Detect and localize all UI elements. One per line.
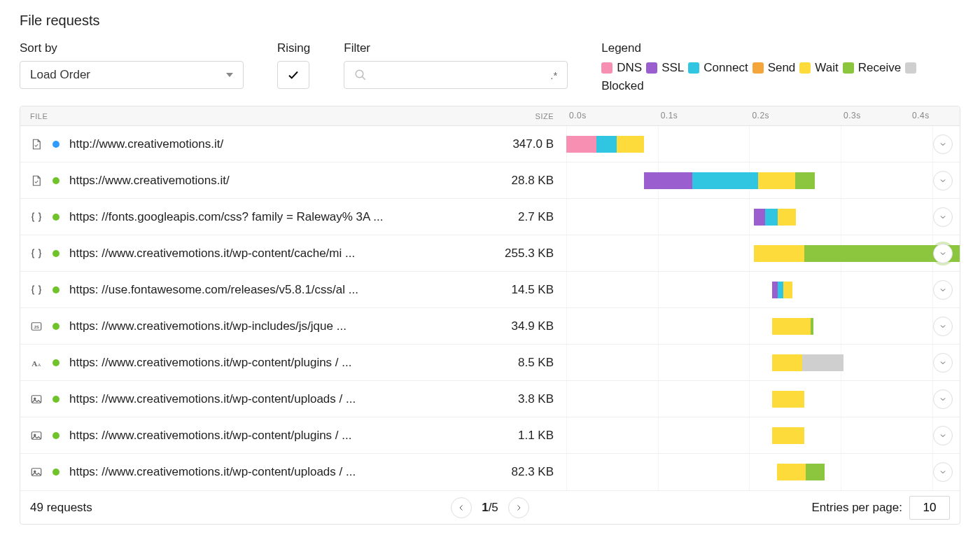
expand-row-button[interactable] — [933, 244, 953, 263]
check-icon — [287, 69, 300, 81]
table-row[interactable]: https: //fonts.googleapis.com/css? famil… — [20, 199, 960, 235]
segment-wait — [758, 172, 794, 189]
timeline-tick: 0.1s — [661, 111, 678, 120]
waterfall-cell — [566, 199, 960, 235]
js-file-icon: JS — [30, 320, 43, 333]
chevron-down-icon — [939, 395, 947, 403]
waterfall-cell — [566, 272, 960, 307]
svg-text:A: A — [38, 361, 41, 366]
timeline-tick: 0.2s — [752, 111, 769, 120]
status-dot — [52, 359, 59, 366]
table-row[interactable]: https: //www.creativemotions.it/wp-conte… — [20, 235, 960, 272]
doc-file-icon — [30, 174, 43, 187]
waterfall-cell — [566, 162, 960, 198]
table-row[interactable]: https: //www.creativemotions.it/wp-conte… — [20, 417, 960, 454]
request-size: 8.5 KB — [398, 356, 566, 370]
page-title: File requests — [20, 13, 960, 29]
expand-row-button[interactable] — [933, 426, 953, 445]
expand-row-button[interactable] — [933, 353, 953, 373]
status-dot — [52, 250, 59, 257]
img-file-icon — [30, 429, 43, 442]
legend-label: Wait — [815, 61, 838, 75]
request-size: 82.3 KB — [398, 465, 566, 479]
segment-connect — [765, 209, 778, 226]
wait-swatch — [799, 62, 811, 74]
segment-connect — [692, 172, 758, 189]
rising-label: Rising — [277, 41, 310, 55]
expand-row-button[interactable] — [933, 317, 953, 336]
request-count: 49 requests — [30, 501, 337, 515]
chevron-right-icon — [514, 504, 523, 512]
legend-label: Receive — [858, 61, 901, 75]
segment-dns — [566, 136, 596, 153]
expand-row-button[interactable] — [933, 207, 953, 227]
img-file-icon — [30, 466, 43, 478]
chevron-down-icon — [939, 140, 947, 148]
sort-group: Sort by Load Order — [20, 41, 244, 89]
request-url: https: //www.creativemotions.it/wp-conte… — [69, 247, 355, 261]
column-waterfall: 0.0s0.1s0.2s0.3s0.4s — [566, 106, 960, 125]
css-file-icon — [30, 284, 43, 296]
chevron-down-icon — [939, 286, 947, 294]
table-header: FILE SIZE 0.0s0.1s0.2s0.3s0.4s — [20, 106, 960, 126]
expand-row-button[interactable] — [933, 462, 953, 482]
prev-page-button[interactable] — [451, 497, 472, 518]
entries-label: Entries per page: — [812, 501, 902, 515]
entries-input[interactable] — [909, 496, 950, 520]
waterfall-cell — [566, 126, 960, 162]
table-row[interactable]: AAhttps: //www.creativemotions.it/wp-con… — [20, 345, 960, 381]
expand-row-button[interactable] — [933, 134, 953, 154]
column-file[interactable]: FILE — [20, 112, 398, 120]
blocked-swatch — [905, 62, 916, 74]
legend-label: SSL — [662, 61, 684, 75]
segment-receive — [811, 318, 813, 335]
next-page-button[interactable] — [508, 497, 529, 518]
request-size: 255.3 KB — [398, 247, 566, 261]
expand-row-button[interactable] — [933, 389, 953, 409]
table-row[interactable]: http://www.creativemotions.it/347.0 B — [20, 126, 960, 162]
waterfall-bar — [754, 245, 960, 262]
rising-toggle[interactable] — [277, 61, 309, 89]
segment-ssl — [754, 209, 765, 226]
css-file-icon — [30, 247, 43, 260]
waterfall-bar — [566, 136, 644, 153]
expand-row-button[interactable] — [933, 280, 953, 300]
controls-bar: Sort by Load Order Rising Filter .* Lege… — [20, 41, 960, 93]
request-size: 3.8 KB — [398, 392, 566, 406]
status-dot — [52, 469, 59, 476]
table-row[interactable]: https: //www.creativemotions.it/wp-conte… — [20, 454, 960, 490]
img-file-icon — [30, 393, 43, 406]
sort-select[interactable]: Load Order — [20, 61, 244, 89]
request-size: 347.0 B — [398, 137, 566, 151]
waterfall-bar — [754, 209, 796, 226]
page-indicator: 1/5 — [482, 501, 498, 515]
table-row[interactable]: https: //www.creativemotions.it/wp-conte… — [20, 381, 960, 417]
request-url: https: //fonts.googleapis.com/css? famil… — [69, 210, 383, 224]
table-row[interactable]: https://www.creativemotions.it/28.8 KB — [20, 162, 960, 199]
doc-file-icon — [30, 138, 43, 151]
css-file-icon — [30, 211, 43, 223]
expand-row-button[interactable] — [933, 171, 953, 191]
requests-table: FILE SIZE 0.0s0.1s0.2s0.3s0.4s http://ww… — [20, 106, 960, 525]
request-url: https: //www.creativemotions.it/wp-conte… — [69, 356, 351, 370]
chevron-down-icon — [226, 73, 233, 77]
request-url: https: //use.fontawesome.com/releases/v5… — [69, 283, 358, 297]
receive-swatch — [843, 62, 854, 74]
waterfall-bar — [777, 464, 825, 480]
table-row[interactable]: JShttps: //www.creativemotions.it/wp-inc… — [20, 308, 960, 345]
chevron-down-icon — [939, 249, 947, 258]
request-url: https: //www.creativemotions.it/wp-conte… — [69, 392, 356, 406]
segment-wait — [772, 354, 802, 371]
legend-group: Legend DNSSSLConnectSendWaitReceiveBlock… — [601, 41, 960, 93]
column-size[interactable]: SIZE — [398, 112, 566, 120]
timeline-tick: 0.0s — [569, 111, 587, 120]
segment-connect — [778, 282, 783, 298]
filter-input[interactable] — [372, 69, 546, 81]
request-size: 14.5 KB — [398, 283, 566, 297]
legend-label: Send — [768, 61, 796, 75]
segment-ssl — [644, 172, 692, 189]
table-row[interactable]: https: //use.fontawesome.com/releases/v5… — [20, 272, 960, 308]
filter-field[interactable]: .* — [344, 61, 568, 89]
chevron-down-icon — [939, 431, 947, 440]
dns-swatch — [601, 62, 612, 74]
